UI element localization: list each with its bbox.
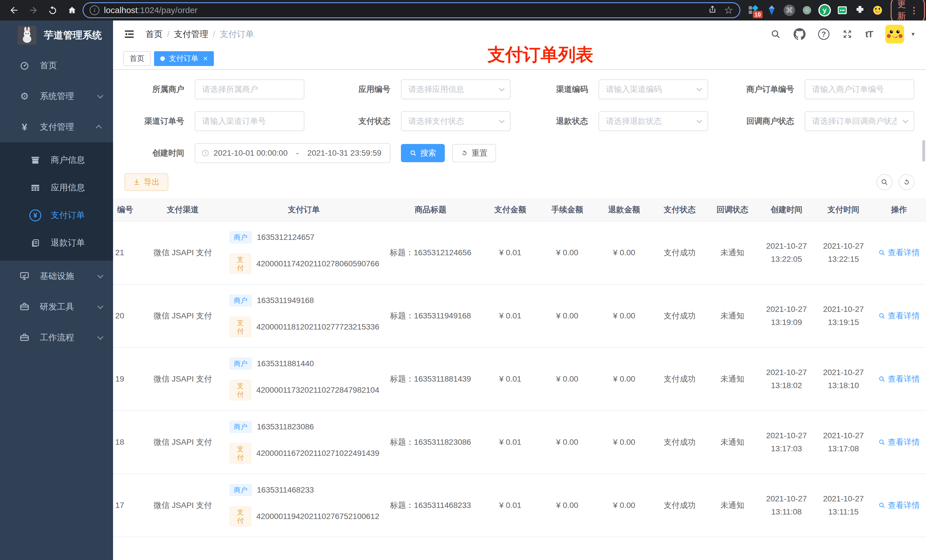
merchant-order-line: 商户 1635312124657	[230, 231, 314, 243]
browser-menu-icon[interactable]: ⋮	[910, 5, 918, 15]
tab-close-icon[interactable]: ×	[203, 54, 207, 63]
site-info-icon[interactable]: i	[90, 5, 99, 15]
share-icon[interactable]	[708, 5, 717, 16]
cell-notify: 未通知	[707, 221, 758, 284]
owner-input[interactable]	[195, 79, 304, 99]
clock-icon	[201, 149, 210, 157]
cell-order-id: 18	[113, 411, 137, 474]
extension-chat-icon[interactable]	[835, 3, 849, 17]
cell-refund: ¥ 0.00	[596, 474, 653, 537]
app-logo[interactable]: 芋道管理系统	[0, 21, 113, 50]
cell-refund: ¥ 0.00	[596, 284, 653, 347]
fullscreen-icon[interactable]	[842, 29, 853, 39]
search-button[interactable]: 搜索	[401, 144, 445, 162]
col-channel: 支付渠道	[137, 198, 228, 221]
create-time-range-picker[interactable]: 2021-10-01 00:00:00 - 2021-10-31 23:59:5…	[195, 143, 390, 163]
sidebar-item-pay-order[interactable]: ¥ 支付订单	[0, 201, 113, 229]
page-scrollbar-thumb[interactable]	[922, 140, 925, 162]
filter-label-channel-code: 渠道编码	[521, 84, 588, 95]
channel-code-select[interactable]	[599, 79, 708, 99]
bookmark-star-icon[interactable]: ☆	[724, 5, 733, 15]
merchant-order-input[interactable]	[805, 79, 914, 99]
table-row: 19 微信 JSAPI 支付 商户 1635311881440 支付 42000…	[113, 347, 926, 411]
rabbit-logo-image	[18, 26, 36, 45]
filter-label-channel-order: 渠道订单号	[124, 116, 184, 127]
reset-button[interactable]: 重置	[452, 144, 496, 162]
user-avatar[interactable]	[885, 25, 904, 44]
sidebar-item-home[interactable]: 首页	[0, 50, 113, 81]
cell-amount: ¥ 0.01	[482, 347, 539, 411]
cell-fee: ¥ 0.00	[539, 411, 596, 474]
extension-gem-icon[interactable]	[765, 3, 779, 17]
sidebar-item-app-info[interactable]: 应用信息	[0, 174, 113, 201]
view-detail-link[interactable]: 查看详情	[878, 311, 920, 321]
cell-created-time: 2021-10-2713:11:08	[758, 474, 815, 537]
pay-order-line: 支付 4200001167202110271022491439	[230, 443, 379, 463]
extension-command-icon[interactable]: ⌘	[782, 3, 796, 17]
cell-paid-time: 2021-10-2713:17:08	[815, 411, 872, 474]
briefcase-icon	[18, 302, 31, 312]
sidebar-item-refund-order[interactable]: 退款订单	[0, 229, 113, 257]
pay-order-line: 支付 4200001173202110272847982104	[230, 380, 379, 400]
breadcrumb-current: 支付订单	[220, 29, 254, 40]
extension-record-icon[interactable]	[800, 3, 814, 17]
toggle-search-button[interactable]	[876, 174, 893, 190]
cell-order-id: 20	[113, 284, 137, 347]
browser-reload-icon[interactable]	[44, 2, 62, 18]
view-detail-link[interactable]: 查看详情	[878, 437, 920, 448]
sidebar-item-devtools[interactable]: 研发工具	[0, 291, 113, 322]
profile-emoji-icon[interactable]	[871, 3, 884, 17]
cell-action: 查看详情	[872, 411, 926, 474]
browser-back-icon[interactable]	[5, 2, 23, 18]
merchant-tag: 商户	[230, 231, 252, 243]
cell-paid-time: 2021-10-2713:11:15	[815, 474, 872, 537]
font-size-icon[interactable]: tT	[865, 29, 873, 39]
cell-refund	[596, 537, 653, 560]
cell-notify: 未通知	[707, 347, 758, 411]
extension-vue-icon[interactable]: y	[818, 3, 831, 17]
cell-order-id: 19	[113, 347, 137, 411]
sidebar-item-infra[interactable]: 基础设施	[0, 261, 113, 291]
briefcase-icon	[18, 332, 31, 343]
refund-status-select[interactable]	[599, 111, 708, 131]
view-detail-link[interactable]: 查看详情	[878, 247, 920, 258]
export-button[interactable]: 导出	[124, 173, 168, 191]
tab-pay-order[interactable]: 支付订单 ×	[154, 51, 214, 66]
address-bar[interactable]: i localhost:1024/pay/order ☆	[83, 2, 740, 18]
view-detail-link[interactable]: 查看详情	[878, 500, 920, 511]
monitor-icon	[18, 271, 31, 281]
cell-pay-channel: 微信 JSAPI 支付	[137, 474, 228, 537]
github-icon[interactable]	[794, 28, 805, 40]
browser-home-icon[interactable]	[63, 2, 81, 18]
notify-status-select[interactable]	[805, 111, 914, 131]
cell-action: 查看详情	[872, 474, 926, 537]
sidebar-item-workflow[interactable]: 工作流程	[0, 322, 113, 353]
view-detail-link[interactable]: 查看详情	[878, 374, 920, 385]
extensions-puzzle-icon[interactable]	[853, 3, 867, 17]
cell-amount: ¥ 0.01	[482, 411, 539, 474]
sidebar-item-label: 支付订单	[51, 210, 85, 221]
pay-status-select[interactable]	[401, 111, 511, 131]
help-icon[interactable]: ?	[818, 29, 829, 40]
refresh-button[interactable]	[899, 174, 915, 190]
col-id: 编号	[113, 198, 137, 221]
sidebar-item-system[interactable]: ⚙ 系统管理	[0, 81, 113, 112]
merchant-order-line: 商户 1635311949168	[230, 294, 314, 306]
app-select[interactable]	[401, 79, 511, 99]
cell-action: 查看详情	[872, 284, 926, 347]
extension-diamond-icon[interactable]: 10	[747, 3, 761, 17]
pay-tag: 支付	[230, 317, 251, 337]
sidebar-collapse-icon[interactable]	[123, 28, 135, 40]
merchant-tag: 商户	[230, 358, 252, 370]
tab-home[interactable]: 首页	[123, 51, 151, 66]
sidebar-item-pay[interactable]: ¥ 支付管理	[0, 112, 113, 142]
sidebar-item-merchant-info[interactable]: 商户信息	[0, 146, 113, 174]
browser-forward-icon[interactable]	[24, 2, 42, 18]
filter-label-refund-status: 退款状态	[521, 116, 588, 127]
header-search-icon[interactable]	[770, 29, 781, 39]
cell-pay-order: 商户 1635311354736 支付	[228, 537, 379, 560]
avatar-caret-icon[interactable]: ▾	[911, 30, 915, 38]
breadcrumb-home[interactable]: 首页	[145, 29, 163, 40]
channel-order-input[interactable]	[195, 111, 304, 131]
pay-tag: 支付	[230, 443, 251, 463]
